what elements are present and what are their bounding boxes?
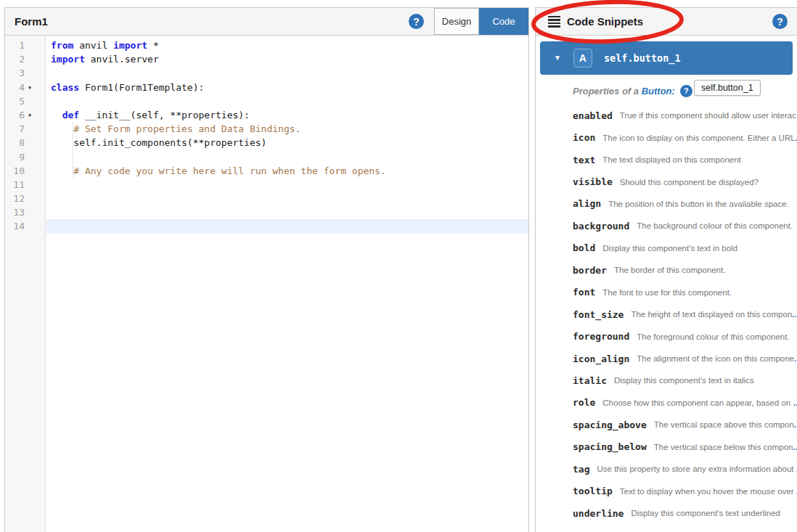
code-text: from anvil import *	[46, 38, 528, 52]
property-row[interactable]: enabled True if this component should al…	[536, 105, 797, 126]
fold-arrow-icon[interactable]	[25, 136, 46, 150]
property-row[interactable]: align The position of this button in the…	[536, 193, 797, 215]
code-editor[interactable]: 1 from anvil import * 2 import anvil.ser…	[5, 36, 528, 532]
property-row[interactable]: underline Display this component's text …	[536, 502, 797, 524]
property-row[interactable]: border The border of this component.	[536, 259, 797, 281]
anvil-ide: Form1 ? Design Code 1 from anvil import …	[0, 0, 797, 532]
component-name-chip[interactable]: self.button_1	[694, 80, 761, 96]
code-line[interactable]: 2 import anvil.server	[5, 52, 528, 66]
code-text: self.init_components(**properties)	[46, 136, 528, 150]
code-text	[46, 178, 528, 192]
code-text: def __init__(self, **properties):	[46, 108, 528, 122]
property-row[interactable]: role Choose how this component can appea…	[536, 392, 797, 414]
property-row[interactable]: bold Display this component's text in bo…	[536, 237, 797, 259]
code-text	[46, 219, 528, 233]
property-name: font_size	[573, 309, 624, 320]
property-description: The text displayed on this component	[602, 155, 741, 164]
code-line[interactable]: 1 from anvil import *	[5, 38, 528, 52]
fold-arrow-icon[interactable]	[25, 94, 46, 108]
code-text: # Set Form properties and Data Bindings.	[46, 122, 528, 136]
property-row[interactable]: italic Display this component's text in …	[536, 369, 797, 391]
fold-arrow-icon[interactable]	[25, 205, 46, 219]
property-row[interactable]: icon The icon to display on this compone…	[536, 126, 797, 148]
snippets-help-icon[interactable]: ?	[772, 14, 788, 29]
property-name: icon	[573, 132, 595, 143]
property-description: Display this component's text underlined	[631, 509, 780, 517]
view-tabs: Design Code	[434, 8, 528, 35]
line-number: 7	[5, 122, 25, 136]
fold-arrow-icon[interactable]	[25, 150, 46, 164]
property-row[interactable]: tooltip Text to display when you hover t…	[536, 480, 797, 502]
fold-arrow-icon[interactable]: ▾	[25, 108, 46, 122]
property-name: foreground	[573, 331, 629, 342]
fold-arrow-icon[interactable]	[25, 122, 46, 136]
code-line[interactable]: 3	[5, 66, 528, 80]
property-row[interactable]: background The background colour of this…	[536, 215, 797, 237]
tab-design[interactable]: Design	[434, 8, 479, 35]
code-line[interactable]: 13	[5, 205, 528, 219]
property-name: enabled	[573, 110, 613, 121]
property-row[interactable]: visible Should this component be display…	[536, 171, 797, 192]
code-line[interactable]: 10 # Any code you write here will run wh…	[5, 164, 528, 178]
property-description: The position of this button in the avail…	[608, 200, 789, 208]
property-description: The alignment of the icon on this compon…	[637, 354, 797, 363]
property-name: underline	[573, 508, 624, 519]
fold-arrow-icon[interactable]: ▾	[25, 81, 46, 94]
fold-arrow-icon[interactable]	[25, 66, 46, 80]
property-name: border	[573, 265, 607, 276]
fold-arrow-icon[interactable]	[25, 38, 46, 52]
component-snippet-header[interactable]: ▼ A self.button_1	[540, 41, 793, 75]
code-text	[46, 66, 528, 80]
code-text	[46, 192, 528, 205]
property-name: background	[573, 221, 629, 232]
property-row[interactable]: font The font to use for this component.	[536, 282, 797, 303]
code-line[interactable]: 7 # Set Form properties and Data Binding…	[5, 122, 528, 136]
property-name: font	[573, 287, 595, 298]
line-number: 10	[5, 164, 25, 178]
line-number: 9	[5, 150, 25, 164]
code-line[interactable]: 4 ▾ class Form1(Form1Template):	[5, 81, 528, 94]
code-lines: 1 from anvil import * 2 import anvil.ser…	[5, 38, 528, 234]
property-row[interactable]: text The text displayed on this componen…	[536, 149, 797, 171]
line-number: 5	[5, 94, 25, 108]
property-name: text	[573, 155, 595, 165]
property-name: spacing_below	[573, 441, 647, 452]
property-row[interactable]: spacing_above The vertical space above t…	[536, 414, 797, 435]
property-row[interactable]: foreground The foreground colour of this…	[536, 325, 797, 347]
property-row[interactable]: icon_align The alignment of the icon on …	[536, 348, 797, 369]
code-text: class Form1(Form1Template):	[46, 81, 528, 94]
properties-help-icon[interactable]: ?	[680, 85, 692, 97]
caret-down-icon[interactable]: ▼	[554, 54, 561, 62]
snippets-title: Code Snippets	[567, 15, 643, 28]
property-description: The vertical space below this compon...	[654, 443, 797, 451]
code-line[interactable]: 9	[5, 150, 528, 164]
button-component-icon: A	[573, 49, 592, 67]
code-text	[46, 205, 528, 219]
property-row[interactable]: spacing_below The vertical space below t…	[536, 436, 797, 458]
code-line[interactable]: 5	[5, 94, 528, 108]
editor-help-icon[interactable]: ?	[409, 14, 424, 29]
property-row[interactable]: tag Use this property to store any extra…	[536, 458, 797, 480]
property-description: The border of this component.	[614, 266, 725, 274]
list-icon	[548, 16, 560, 28]
property-description: The foreground colour of this component.	[637, 332, 789, 341]
line-number: 14	[5, 219, 25, 233]
code-line[interactable]: 8 self.init_components(**properties)	[5, 136, 528, 150]
fold-arrow-icon[interactable]	[25, 219, 46, 233]
property-description: The height of text displayed on this com…	[631, 310, 797, 319]
fold-arrow-icon[interactable]	[25, 52, 46, 66]
property-row[interactable]: font_size The height of text displayed o…	[536, 303, 797, 325]
fold-arrow-icon[interactable]	[25, 192, 46, 205]
form-title: Form1	[15, 15, 48, 28]
code-line[interactable]: 12	[5, 192, 528, 205]
code-line[interactable]: 11	[5, 178, 528, 192]
fold-arrow-icon[interactable]	[25, 164, 46, 178]
tab-code[interactable]: Code	[479, 8, 528, 35]
code-line[interactable]: 14	[5, 219, 528, 233]
fold-arrow-icon[interactable]	[25, 178, 46, 192]
property-description: Display this component's text in italics	[614, 376, 754, 385]
snippets-header: Code Snippets ?	[536, 8, 797, 36]
code-line[interactable]: 6 ▾ def __init__(self, **properties):	[5, 108, 528, 122]
property-list: enabled True if this component should al…	[536, 105, 797, 524]
code-text: import anvil.server	[46, 52, 528, 66]
